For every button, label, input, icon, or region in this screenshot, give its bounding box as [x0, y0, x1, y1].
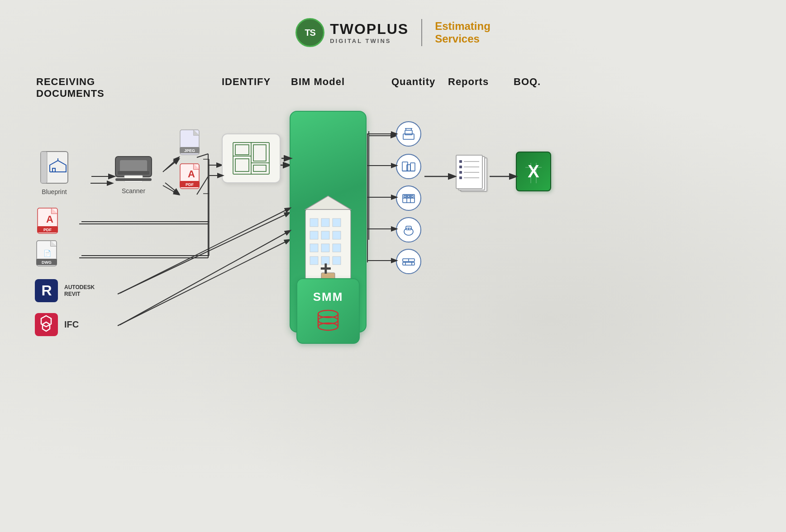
svg-rect-94	[411, 195, 413, 197]
svg-rect-52	[321, 231, 329, 239]
svg-rect-99	[403, 262, 414, 265]
svg-rect-25	[120, 160, 147, 173]
service-line2: Services	[435, 33, 491, 45]
svg-rect-53	[333, 231, 341, 239]
svg-rect-86	[410, 163, 415, 171]
svg-rect-22	[41, 152, 47, 183]
logo-divider	[421, 19, 422, 46]
svg-rect-45	[253, 165, 266, 171]
pdf-scanner-icon: PDF A	[179, 163, 204, 192]
svg-line-13	[118, 240, 290, 326]
svg-rect-56	[333, 244, 341, 252]
qty-circle-3	[396, 185, 421, 211]
smm-box: SMM	[296, 278, 360, 344]
svg-rect-48	[310, 218, 318, 227]
brand-name: TWOPLUS	[330, 21, 409, 38]
revit-row: R AUTODESK REVIT	[34, 278, 95, 303]
svg-text:DWG: DWG	[42, 260, 52, 265]
svg-text:PDF: PDF	[186, 182, 194, 187]
jpeg-icon: JPEG	[179, 129, 204, 158]
svg-rect-57	[310, 256, 318, 265]
receiving-documents-label: RECEIVING DOCUMENTS	[36, 76, 105, 100]
svg-rect-43	[253, 145, 266, 161]
quantity-label: Quantity	[391, 76, 435, 88]
svg-rect-55	[321, 244, 329, 252]
logo-text: TWOPLUS DIGITAL TWINS	[330, 21, 409, 44]
estimating-text: Estimating Services	[435, 20, 491, 45]
svg-rect-44	[235, 159, 249, 171]
svg-rect-28	[115, 178, 152, 181]
qty-circle-2	[396, 154, 421, 179]
svg-line-127	[120, 208, 290, 293]
dwg-icon: DWG 📄	[35, 240, 63, 271]
svg-text:JPEG: JPEG	[184, 148, 195, 153]
svg-text:A: A	[46, 214, 53, 225]
svg-rect-26	[118, 171, 149, 175]
svg-rect-85	[407, 165, 410, 171]
svg-line-12	[118, 213, 290, 294]
ifc-row: IFC	[34, 312, 79, 337]
boq-label: BOQ.	[514, 76, 541, 88]
svg-marker-47	[305, 196, 351, 209]
svg-rect-49	[321, 218, 329, 227]
qty-circle-1	[396, 121, 421, 147]
svg-rect-92	[404, 195, 406, 197]
svg-line-1	[163, 157, 179, 172]
identify-label: IDENTIFY	[222, 76, 271, 88]
plus-sign: +	[320, 259, 332, 279]
svg-rect-54	[310, 244, 318, 252]
svg-line-116	[165, 159, 179, 170]
header: TS TWOPLUS DIGITAL TWINS Estimating Serv…	[0, 0, 786, 47]
boq-excel-icon: X	[516, 152, 551, 191]
service-line1: Estimating	[435, 20, 491, 33]
blueprint-icon: Blueprint	[36, 149, 72, 195]
reports-label: Reports	[448, 76, 489, 88]
svg-text:📄: 📄	[43, 250, 52, 257]
svg-text:X: X	[528, 162, 539, 181]
qty-circle-4	[396, 217, 421, 242]
svg-line-2	[163, 185, 179, 195]
svg-text:R: R	[41, 282, 52, 299]
brand-sub: DIGITAL TWINS	[330, 38, 409, 44]
svg-rect-51	[310, 231, 318, 239]
svg-rect-50	[333, 218, 341, 227]
bim-model-label: BIM Model	[291, 76, 345, 88]
svg-text:A: A	[188, 168, 195, 180]
scanner-icon: Scanner	[113, 153, 154, 195]
qty-circle-5	[396, 249, 421, 274]
svg-text:PDF: PDF	[43, 228, 52, 232]
svg-line-117	[165, 183, 179, 194]
svg-rect-93	[408, 195, 410, 197]
reports-icon	[455, 154, 491, 197]
svg-line-128	[120, 231, 290, 325]
svg-rect-59	[333, 256, 341, 265]
identify-box	[222, 133, 281, 183]
logo-badge: TS	[295, 18, 324, 47]
svg-rect-42	[235, 145, 249, 155]
pdf-direct-icon: PDF A	[36, 207, 62, 238]
